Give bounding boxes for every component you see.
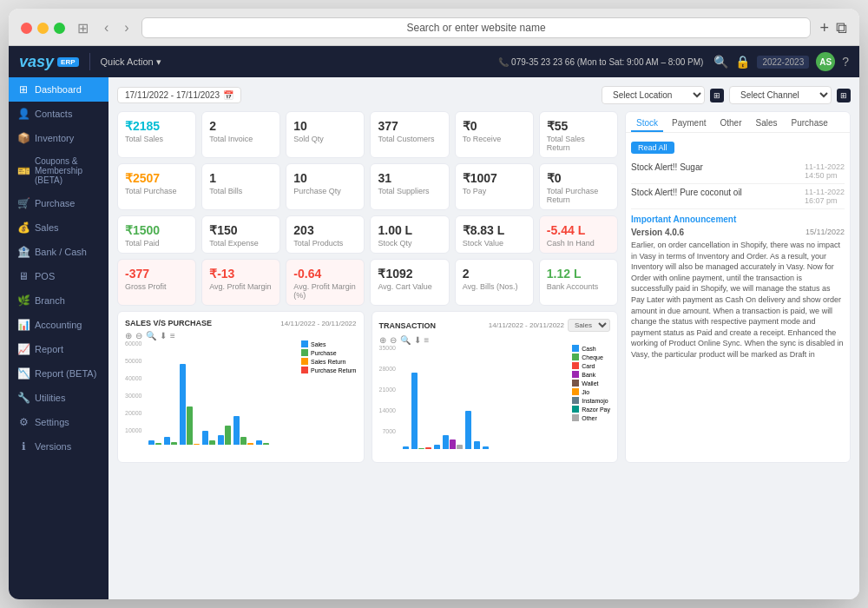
sidebar-item-sales[interactable]: 💰 Sales	[9, 215, 108, 240]
dashboard-icon: ⊞	[17, 83, 30, 96]
transaction-chart-y-axis: 35000 28000 21000 14000 7000	[379, 345, 396, 449]
stat-total-products: 203 Total Products	[286, 215, 365, 254]
zoom-reset-icon[interactable]: 🔍	[146, 331, 156, 340]
sales-bar-group	[148, 440, 161, 446]
sidebar-label-report: Report	[35, 344, 63, 354]
chart-bar	[148, 440, 155, 446]
sidebar-item-versions[interactable]: ℹ Versions	[9, 434, 108, 459]
chart-bar	[194, 444, 200, 445]
sidebar-label-utilities: Utilities	[35, 393, 65, 403]
lock-icon[interactable]: 🔒	[735, 55, 750, 69]
avatar[interactable]: AS	[816, 52, 835, 71]
sidebar-item-bank[interactable]: 🏦 Bank / Cash	[9, 240, 108, 264]
tab-payment[interactable]: Payment	[667, 116, 711, 132]
minimize-btn[interactable]	[37, 23, 49, 34]
back-icon[interactable]: ‹	[101, 18, 112, 37]
transaction-type-select[interactable]: Sales	[568, 319, 610, 332]
legend-label: Purchase Return	[311, 367, 357, 373]
logo-text: vasy	[19, 53, 54, 71]
stat-label-total-sales: Total Sales	[125, 135, 188, 143]
legend-item: Purchase	[301, 349, 357, 356]
sidebar-label-settings: Settings	[35, 417, 69, 427]
legend-color	[572, 397, 579, 404]
channel-toggle[interactable]: ⊞	[837, 89, 851, 102]
menu-icon[interactable]: ≡	[170, 331, 175, 340]
stat-total-paid: ₹1500 Total Paid	[117, 215, 196, 254]
search-icon[interactable]: 🔍	[713, 55, 728, 69]
tz-zoom-reset-icon[interactable]: 🔍	[400, 335, 411, 345]
chart-bar	[474, 441, 480, 449]
sales-purchase-chart: SALES V/S PURCHASE 14/11/2022 - 20/11/20…	[117, 311, 365, 463]
date-range-label: 17/11/2022 - 17/11/2023	[125, 90, 220, 100]
sidebar-item-report-beta[interactable]: 📉 Report (BETA)	[9, 361, 108, 386]
stat-value-stock-qty: 1.00 L	[378, 223, 441, 237]
stat-label-to-receive: To Receive	[463, 135, 526, 143]
bank-icon: 🏦	[17, 246, 30, 258]
location-toggle[interactable]: ⊞	[710, 89, 724, 102]
sidebar-item-settings[interactable]: ⚙ Settings	[9, 410, 108, 434]
location-select[interactable]: Select Location	[602, 86, 705, 104]
copy-icon[interactable]: ⧉	[836, 19, 847, 37]
tab-other[interactable]: Other	[714, 116, 746, 132]
sidebar-item-coupons[interactable]: 🎫 Coupons & Membership (BETA)	[9, 150, 108, 191]
chart-bar	[240, 437, 247, 445]
channel-select[interactable]: Select Channel	[729, 86, 832, 104]
chart-bar	[155, 443, 161, 445]
transaction-bar-group	[434, 445, 440, 450]
zoom-in-icon[interactable]: ⊕	[125, 331, 132, 340]
tz-menu-icon[interactable]: ≡	[424, 335, 430, 345]
sidebar-toggle-icon[interactable]: ⊞	[74, 18, 92, 38]
stat-value-total-bills: 1	[209, 171, 273, 185]
stat-value-sold-qty: 10	[293, 119, 357, 133]
close-btn[interactable]	[21, 23, 32, 34]
sidebar-item-report[interactable]: 📈 Report	[9, 337, 108, 361]
tab-sales[interactable]: Sales	[751, 116, 783, 132]
transaction-chart-toolbar: ⊕ ⊖ 🔍 ⬇ ≡	[379, 335, 611, 345]
stat-to-receive: ₹0 To Receive	[455, 111, 534, 158]
tz-download-icon[interactable]: ⬇	[414, 335, 421, 345]
tab-stock[interactable]: Stock	[631, 116, 663, 132]
browser-chrome: ⊞ ‹ › Search or enter website name + ⧉	[9, 9, 859, 46]
maximize-btn[interactable]	[54, 23, 65, 34]
download-icon[interactable]: ⬇	[160, 331, 167, 340]
stat-label-total-paid: Total Paid	[125, 239, 188, 248]
stat-value-total-expense: ₹150	[209, 223, 273, 237]
address-bar[interactable]: Search or enter website name	[141, 17, 812, 38]
sidebar-item-utilities[interactable]: 🔧 Utilities	[9, 386, 108, 410]
help-icon[interactable]: ?	[842, 55, 849, 69]
stat-value-total-sales: ₹2185	[125, 119, 188, 133]
new-tab-icon[interactable]: +	[819, 19, 829, 37]
sales-chart-y-axis: 60000 50000 40000 30000 20000 10000	[125, 340, 141, 445]
chart-bar	[263, 443, 269, 445]
stat-value-purchase-qty: 10	[293, 171, 357, 185]
sidebar-item-contacts[interactable]: 👤 Contacts	[9, 102, 108, 126]
stat-value-purchase-return: ₹0	[547, 171, 610, 185]
sidebar-item-purchase[interactable]: 🛒 Purchase	[9, 191, 108, 215]
forward-icon[interactable]: ›	[121, 18, 132, 37]
stats-row-2: ₹2507 Total Purchase 1 Total Bills 10 Pu…	[117, 163, 618, 210]
sidebar-item-branch[interactable]: 🌿 Branch	[9, 288, 108, 313]
sales-icon: 💰	[17, 221, 30, 234]
sidebar-item-inventory[interactable]: 📦 Inventory	[9, 126, 108, 150]
chart-bar	[434, 445, 440, 450]
sidebar-item-dashboard[interactable]: ⊞ Dashboard	[9, 77, 108, 102]
stat-value-avg-profit-margin: ₹-13	[209, 267, 273, 281]
zoom-out-icon[interactable]: ⊖	[135, 331, 142, 340]
version-date: 15/11/2022	[806, 228, 845, 237]
stat-cash-in-hand: -5.44 L Cash In Hand	[539, 215, 618, 254]
sidebar-item-accounting[interactable]: 📊 Accounting	[9, 313, 108, 337]
stat-avg-cart-value: ₹1092 Avg. Cart Value	[370, 259, 449, 306]
stat-total-bills: 1 Total Bills	[201, 163, 280, 210]
stat-to-pay: ₹1007 To Pay	[455, 163, 534, 210]
stat-stock-qty: 1.00 L Stock Qty	[370, 215, 449, 254]
sidebar-item-pos[interactable]: 🖥 POS	[9, 264, 108, 288]
date-range-picker[interactable]: 17/11/2022 - 17/11/2023 📅	[117, 87, 241, 103]
legend-label: Wallet	[582, 380, 598, 387]
tz-zoom-in-icon[interactable]: ⊕	[379, 335, 386, 345]
tab-purchase[interactable]: Purchase	[786, 116, 833, 132]
year-badge[interactable]: 2022-2023	[757, 56, 809, 69]
tz-zoom-out-icon[interactable]: ⊖	[390, 335, 397, 345]
quick-action-button[interactable]: Quick Action ▾	[101, 56, 161, 68]
read-all-button[interactable]: Read All	[631, 142, 674, 154]
stat-label-total-purchase: Total Purchase	[125, 187, 188, 195]
